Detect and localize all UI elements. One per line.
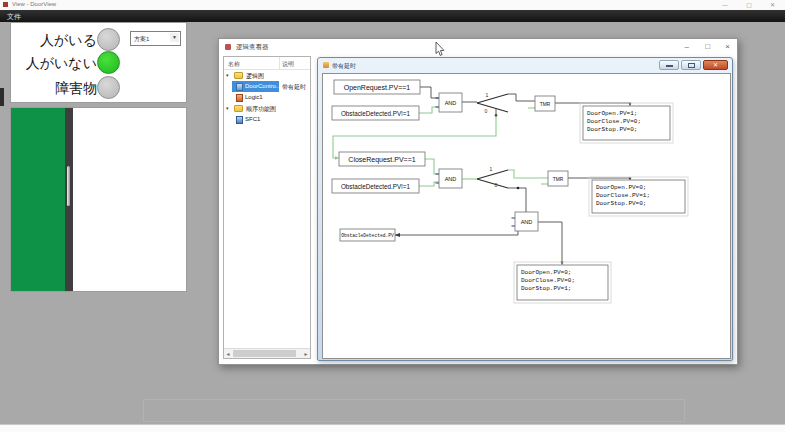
svg-text:ObstacleDetected.PV: ObstacleDetected.PV xyxy=(341,233,394,238)
logic-tree-panel: 名称 说明 ▾ 逻辑图 DoorContro… 带有延时 Logic1 ▾ xyxy=(223,56,311,359)
inner-close-button[interactable]: ✕ xyxy=(703,60,728,70)
minimize-icon xyxy=(666,65,673,67)
maximize-button[interactable]: ▢ xyxy=(746,1,752,9)
svg-text:DoorOpen.PV=0;: DoorOpen.PV=0; xyxy=(521,269,571,276)
indicator-label-person-present: 人がいる xyxy=(17,32,97,50)
tree-horizontal-scrollbar[interactable]: ◄ ► xyxy=(224,348,310,358)
inner-logic-window: 带有延时 ✕ xyxy=(317,57,733,361)
selector1-zero: 0 xyxy=(485,108,488,114)
logic-diagram-canvas[interactable]: OpenRequest.PV==1 ObstacleDetected.PV!=1… xyxy=(322,73,731,359)
node-obstacle-not-2[interactable]: ObstacleDetected.PV!=1 xyxy=(332,179,419,193)
logic-viewer-dialog: 逻辑查看器 – □ × 名称 说明 ▾ 逻辑图 DoorCont xyxy=(218,38,738,365)
svg-text:AND: AND xyxy=(445,176,457,182)
dialog-titlebar[interactable]: 逻辑查看器 – □ × xyxy=(219,39,737,55)
expander-icon[interactable]: ▾ xyxy=(226,72,229,78)
svg-text:DoorStop.PV=0;: DoorStop.PV=0; xyxy=(596,200,646,207)
node-open-request[interactable]: OpenRequest.PV==1 xyxy=(334,80,420,94)
tree-folder-logic-diagrams[interactable]: ▾ 逻辑图 xyxy=(224,70,310,81)
menubar: 文件 xyxy=(0,10,785,22)
person-present-lamp-icon xyxy=(97,28,120,51)
inner-window-title: 带有延时 xyxy=(332,62,356,71)
svg-text:DoorStop.PV=1;: DoorStop.PV=1; xyxy=(521,285,571,292)
dialog-title: 逻辑查看器 xyxy=(236,43,269,52)
svg-text:AND: AND xyxy=(521,219,533,225)
tree-folder-label: 逻辑图 xyxy=(246,72,264,81)
output-box-stop[interactable]: DoorOpen.PV=0; DoorClose.PV=0; DoorStop.… xyxy=(514,262,611,303)
and-gate-2[interactable]: AND xyxy=(439,169,462,188)
person-absent-lamp-icon xyxy=(97,51,120,74)
svg-text:DoorStop.PV=0;: DoorStop.PV=0; xyxy=(587,126,637,133)
tree-item-label: Logic1 xyxy=(245,94,263,100)
left-edge-tab xyxy=(0,88,4,106)
faint-rectangle xyxy=(143,399,685,422)
timer-block-2[interactable]: TMR xyxy=(548,171,568,186)
door-leaf xyxy=(11,108,65,291)
chevron-down-icon[interactable]: ▼ xyxy=(170,33,179,42)
desktop: View - DoorView — ▢ ✕ 文件 人がいる 人がいない 障害物 … xyxy=(0,0,785,432)
tree-item-sfc1[interactable]: SFC1 xyxy=(224,114,310,125)
svg-text:ObstacleDetected.PV!=1: ObstacleDetected.PV!=1 xyxy=(341,183,411,190)
svg-text:TMR: TMR xyxy=(553,177,564,182)
tree-column-separator[interactable] xyxy=(279,57,280,69)
dialog-minimize-button[interactable]: – xyxy=(685,42,689,52)
dialog-maximize-button[interactable]: □ xyxy=(705,42,710,52)
selector2-zero: 0 xyxy=(495,182,498,188)
expander-icon[interactable]: ▾ xyxy=(226,105,229,111)
svg-text:CloseRequest.PV==1: CloseRequest.PV==1 xyxy=(348,156,415,164)
scroll-right-icon[interactable]: ► xyxy=(302,350,310,358)
node-obstacle[interactable]: ObstacleDetected.PV xyxy=(340,229,395,241)
svg-text:DoorClose.PV=0;: DoorClose.PV=0; xyxy=(587,118,641,125)
inner-restore-button[interactable] xyxy=(681,60,701,70)
svg-text:AND: AND xyxy=(445,100,457,106)
inner-minimize-button[interactable] xyxy=(659,60,679,70)
selector2-one: 1 xyxy=(490,166,493,172)
tree-column-name: 名称 xyxy=(228,60,240,69)
inner-window-icon xyxy=(323,62,329,68)
folder-icon xyxy=(234,105,243,112)
logic-diagram: OpenRequest.PV==1 ObstacleDetected.PV!=1… xyxy=(323,74,730,358)
indicator-panel: 人がいる 人がいない 障害物 方案1 ▼ xyxy=(10,22,187,103)
and-gate-1[interactable]: AND xyxy=(439,93,462,112)
indicator-label-person-absent: 人がいない xyxy=(17,55,97,73)
svg-text:TMR: TMR xyxy=(540,102,551,107)
tree-item-label: SFC1 xyxy=(245,116,260,122)
dialog-icon xyxy=(225,44,231,50)
door-view-panel xyxy=(10,107,187,292)
indicator-label-obstacle: 障害物 xyxy=(17,80,97,98)
tree-folder-sfc[interactable]: ▾ 顺序功能图 xyxy=(224,103,310,114)
svg-text:DoorClose.PV=1;: DoorClose.PV=1; xyxy=(596,192,650,199)
scrollbar-thumb[interactable] xyxy=(233,350,296,357)
tree-folder-label: 顺序功能图 xyxy=(246,105,276,114)
svg-text:OpenRequest.PV==1: OpenRequest.PV==1 xyxy=(344,84,411,92)
logic-diagram-icon xyxy=(236,83,243,91)
tree-item-doorcontrol[interactable]: DoorContro… 带有延时 xyxy=(224,81,310,92)
scheme-dropdown[interactable]: 方案1 ▼ xyxy=(130,31,181,46)
dialog-close-button[interactable]: × xyxy=(725,42,730,52)
svg-text:ObstacleDetected.PV!=1: ObstacleDetected.PV!=1 xyxy=(341,110,411,117)
tree-item-logic1[interactable]: Logic1 xyxy=(224,92,310,103)
svg-text:DoorClose.PV=0;: DoorClose.PV=0; xyxy=(521,277,575,284)
scroll-left-icon[interactable]: ◄ xyxy=(224,350,232,358)
selector1-one: 1 xyxy=(486,92,489,98)
menu-file[interactable]: 文件 xyxy=(7,12,21,22)
close-button[interactable]: ✕ xyxy=(770,1,775,9)
and-gate-3[interactable]: AND xyxy=(515,212,538,231)
timer-block-1[interactable]: TMR xyxy=(535,96,555,111)
main-window-title: View - DoorView xyxy=(12,1,56,7)
node-close-request[interactable]: CloseRequest.PV==1 xyxy=(339,152,425,166)
folder-icon xyxy=(234,72,243,79)
tree-item-desc: 带有延时 xyxy=(282,83,306,92)
node-obstacle-not-1[interactable]: ObstacleDetected.PV!=1 xyxy=(332,106,419,120)
mouse-cursor-icon xyxy=(435,42,446,57)
output-box-close[interactable]: DoorOpen.PV=0; DoorClose.PV=1; DoorStop.… xyxy=(589,177,688,216)
output-box-open[interactable]: DoorOpen.PV=1; DoorClose.PV=0; DoorStop.… xyxy=(580,103,673,143)
scheme-dropdown-value: 方案1 xyxy=(134,35,149,44)
svg-text:DoorOpen.PV=0;: DoorOpen.PV=0; xyxy=(596,184,646,191)
taskbar-strip xyxy=(0,424,785,432)
sfc-icon xyxy=(236,116,243,124)
app-icon xyxy=(3,2,8,7)
minimize-button[interactable]: — xyxy=(722,1,728,9)
obstacle-lamp-icon xyxy=(97,76,120,99)
logic-diagram-icon xyxy=(236,94,243,102)
tree-header: 名称 说明 xyxy=(224,57,310,70)
